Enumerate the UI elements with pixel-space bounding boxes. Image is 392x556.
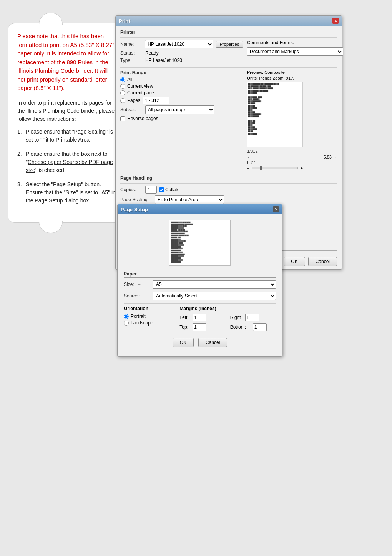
right-margin-row: Right: [230, 314, 276, 321]
current-view-label: Current view: [127, 83, 153, 89]
intro-text: In order to print replacements pages for…: [17, 99, 117, 123]
margins-grid: Left Right Top: Bottom:: [179, 314, 276, 331]
collate-check[interactable]: [159, 187, 164, 192]
zoom-plus[interactable]: +: [300, 166, 302, 170]
portrait-radio[interactable]: [124, 314, 129, 319]
all-radio-row: All: [120, 77, 243, 82]
step-2-num: 2.: [17, 150, 26, 174]
name-label: Name:: [120, 42, 145, 47]
page-setup-content: ████████████ ████████ ████ ██████████ ██…: [118, 214, 282, 356]
range-section: Print Range All Current view Current pag…: [120, 70, 243, 170]
step-3-num: 3.: [17, 180, 26, 205]
copies-label: Copies:: [120, 187, 145, 192]
instruction-step-3: 3. Select the "Page Setup" button. Ensur…: [17, 180, 117, 205]
arrow-icon: →: [137, 282, 141, 287]
right-margin-input[interactable]: [245, 314, 259, 321]
orientation-label: Orientation: [124, 306, 172, 311]
step-2-text: Please ensure that the box next to "Choo…: [26, 150, 117, 174]
comments-forms-label: Comments and Forms:: [247, 40, 294, 45]
orientation-section: Orientation Portrait Landscape: [124, 306, 172, 331]
subset-select[interactable]: All pages in range: [145, 105, 214, 114]
current-page-radio[interactable]: [120, 90, 125, 95]
all-radio[interactable]: [120, 77, 125, 82]
bottom-margin-label: Bottom:: [230, 324, 251, 330]
page-setup-cancel-button[interactable]: Cancel: [198, 338, 227, 347]
reverse-pages-label: Reverse pages: [127, 116, 158, 121]
reverse-pages-check[interactable]: [120, 116, 125, 121]
pages-input[interactable]: [143, 97, 169, 104]
page-setup-titlebar: Page Setup ✕: [118, 204, 282, 214]
pages-label: Pages: [127, 98, 140, 103]
units-label: Units: Inches Zoom: 91%: [247, 76, 337, 80]
paper-section-title: Paper: [124, 271, 276, 278]
size-select[interactable]: A5 A4 Letter: [153, 280, 276, 289]
source-label: Source:: [124, 293, 153, 299]
page-scaling-select[interactable]: Fit to Printable Area: [155, 195, 224, 204]
zoom-controls: − +: [247, 166, 337, 170]
properties-button[interactable]: Properties: [216, 41, 243, 48]
page-preview: ████████████ ████████ ████ ██████████ ██…: [169, 220, 231, 266]
print-ok-button[interactable]: OK: [284, 257, 305, 266]
page-setup-close[interactable]: ✕: [273, 206, 279, 212]
pages-radio[interactable]: [120, 98, 125, 103]
portrait-label: Portrait: [131, 314, 146, 319]
printer-section: Name: HP LaserJet 1020 Properties Status…: [120, 40, 337, 65]
type-row: Type: HP LaserJet 1020: [120, 58, 243, 63]
comments-forms-row: Comments and Forms:: [247, 40, 343, 45]
page-number: 1/312: [247, 149, 337, 154]
comments-forms-select[interactable]: Document and Markups: [247, 47, 343, 56]
instruction-step-1: 1. Please ensure that "Page Scaling" is …: [17, 128, 117, 144]
instruction-step-2: 2. Please ensure that the box next to "C…: [17, 150, 117, 174]
print-range-label: Print Range: [120, 70, 243, 75]
print-dialog-close[interactable]: ✕: [332, 18, 339, 24]
margins-label: Margins (inches): [179, 306, 276, 311]
printer-left: Name: HP LaserJet 1020 Properties Status…: [120, 40, 243, 65]
margins-section: Margins (inches) Left Right Top:: [179, 306, 276, 331]
print-cancel-button[interactable]: Cancel: [308, 257, 337, 266]
printer-name-select[interactable]: HP LaserJet 1020: [145, 40, 213, 48]
zoom-minus[interactable]: −: [247, 166, 249, 170]
zoom-handle[interactable]: [260, 166, 262, 170]
range-preview-section: Print Range All Current view Current pag…: [120, 70, 337, 170]
subset-row: Subset: All pages in range: [120, 105, 243, 114]
page-setup-footer: OK Cancel: [124, 335, 276, 351]
pages-row: Pages: [120, 97, 243, 104]
height-value: 8.27: [247, 160, 337, 165]
bottom-margin-row: Bottom:: [230, 323, 276, 331]
subset-label: Subset:: [120, 107, 145, 112]
current-view-radio[interactable]: [120, 84, 125, 89]
right-margin-label: Right: [230, 315, 244, 320]
top-margin-input[interactable]: [193, 323, 206, 331]
zoom-bar: [252, 167, 298, 169]
source-select[interactable]: Automatically Select Tray 1 Tray 2: [153, 292, 276, 300]
width-indicator: ← 5.83 →: [247, 155, 337, 159]
preview-content: ████████████████████████████ ██ ████████…: [248, 83, 279, 135]
comments-forms-select-row: Document and Markups: [247, 47, 343, 56]
bottom-margin-input[interactable]: [253, 323, 267, 331]
landscape-label: Landscape: [131, 320, 153, 326]
width-arrow-left: ←: [247, 155, 251, 159]
left-margin-input[interactable]: [193, 314, 206, 321]
current-view-row: Current view: [120, 83, 243, 89]
copies-row: Copies: Collate: [120, 186, 243, 194]
portrait-row: Portrait: [124, 314, 172, 319]
status-value: Ready: [145, 50, 159, 56]
copies-input[interactable]: [145, 186, 157, 194]
left-margin-label: Left: [179, 315, 191, 320]
width-value: 5.83: [324, 155, 332, 159]
source-row: Source: Automatically Select Tray 1 Tray…: [124, 292, 276, 300]
page-scaling-row: Page Scaling: Fit to Printable Area: [120, 195, 243, 204]
width-arrow-right: →: [333, 155, 337, 159]
step-3-text: Select the "Page Setup" button. Ensure t…: [26, 180, 117, 205]
step-1-num: 1.: [17, 128, 26, 144]
preview-section: Preview: Composite Units: Inches Zoom: 9…: [247, 70, 337, 170]
size-label: Size: →: [124, 282, 153, 287]
page-handling-label: Page Handling: [120, 175, 337, 181]
page-setup-ok-button[interactable]: OK: [173, 338, 194, 347]
top-margin-row: Top:: [179, 323, 225, 331]
landscape-radio[interactable]: [124, 321, 129, 326]
preview-inner: ████████████████████████████ ██ ████████…: [247, 82, 302, 147]
landscape-row: Landscape: [124, 320, 172, 326]
preview-area: ████████████████████████████ ██ ████████…: [247, 82, 303, 147]
preview-label: Preview: Composite: [247, 70, 337, 75]
